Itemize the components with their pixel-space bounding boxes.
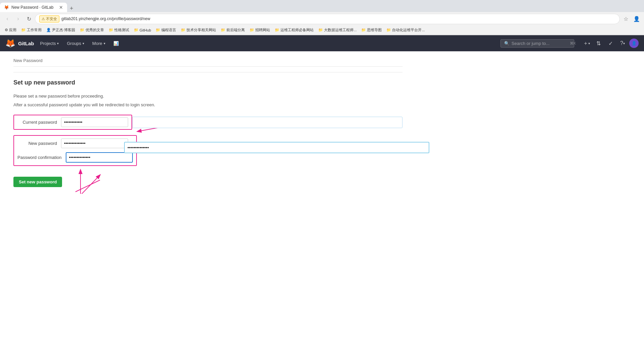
search-box[interactable]: 🔍 ⌘K xyxy=(500,39,574,48)
groups-chevron-icon: ▾ xyxy=(83,42,84,45)
search-input[interactable] xyxy=(512,41,568,46)
current-password-wrapper: Current password xyxy=(13,115,132,130)
breadcrumb: New Password xyxy=(13,58,402,67)
todo-button[interactable]: ✓ xyxy=(605,38,616,49)
tab-title: New Password · GitLab xyxy=(11,5,56,10)
folder-icon-9: 📁 xyxy=(275,28,279,32)
bookmark-jobs[interactable]: 📁 招聘网站 xyxy=(248,27,272,33)
gitlab-nav-right: ＋ ▾ ⇅ ✓ ? ▾ 👤 xyxy=(581,38,639,49)
more-label: More xyxy=(92,41,102,46)
submit-section: Set new password xyxy=(13,177,402,187)
confirmation-extended-input[interactable] xyxy=(124,142,429,153)
user-avatar[interactable]: 👤 xyxy=(629,39,639,48)
new-tab-button[interactable]: + xyxy=(67,5,76,12)
bookmark-apps[interactable]: ⚙ 应用 xyxy=(3,27,18,33)
bookmarks-bar: ⚙ 应用 📁 工作常用 👤 尹正杰·博客园 📁 优秀的文章 📁 性格测试 📁 G… xyxy=(0,25,644,35)
current-password-label: Current password xyxy=(17,120,61,125)
help-button[interactable]: ? ▾ xyxy=(617,38,628,49)
person-icon: 👤 xyxy=(46,28,51,32)
help-icon: ? xyxy=(620,40,623,46)
page-title: Set up new password xyxy=(13,79,402,86)
bookmark-mindmap[interactable]: 📁 思维导图 xyxy=(359,27,384,33)
page-content: New Password Set up new password Please … xyxy=(0,51,416,194)
bookmark-frontend[interactable]: 📁 前后端分离 xyxy=(219,27,247,33)
gitlab-navbar: 🦊 GitLab Projects ▾ Groups ▾ More ▾ 📊 🔍 … xyxy=(0,35,644,51)
folder-icon-5: 📁 xyxy=(156,28,160,32)
gitlab-fox-icon: 🦊 xyxy=(5,39,15,48)
profile-button[interactable]: 👤 xyxy=(632,14,641,23)
more-chevron-icon: ▾ xyxy=(104,42,105,45)
gitlab-nav-items: Projects ▾ Groups ▾ More ▾ 📊 xyxy=(37,39,122,48)
new-password-label: New password xyxy=(17,141,61,146)
active-tab[interactable]: 🦊 New Password · GitLab ✕ xyxy=(0,3,67,12)
merge-request-button[interactable]: ⇅ xyxy=(593,38,604,49)
browser-chrome: 🦊 New Password · GitLab ✕ + ‹ › ↻ ⚠ 不安全 … xyxy=(0,0,644,35)
current-password-extended-input[interactable] xyxy=(132,117,402,128)
plus-icon: ＋ xyxy=(583,40,588,47)
todo-icon: ✓ xyxy=(608,40,613,47)
address-bar[interactable]: ⚠ 不安全 gitlab201.yinzhengjie.org.cn/profi… xyxy=(35,14,620,24)
bookmark-auto[interactable]: 📁 自动化运维平台开... xyxy=(384,27,427,33)
bookmark-blog[interactable]: 👤 尹正杰·博客园 xyxy=(44,27,77,33)
address-text: gitlab201.yinzhengjie.org.cn/profile/pas… xyxy=(61,16,615,21)
folder-icon-7: 📁 xyxy=(221,28,225,32)
folder-icon-8: 📁 xyxy=(250,28,254,32)
bookmark-button[interactable]: ☆ xyxy=(621,14,631,23)
bookmark-ops[interactable]: 📁 运维工程师必备网站 xyxy=(273,27,316,33)
help-chevron-icon: ▾ xyxy=(623,42,625,45)
more-nav-item[interactable]: More ▾ xyxy=(89,39,109,48)
stats-icon: 📊 xyxy=(113,41,119,46)
bookmark-bigdata[interactable]: 📁 大数据运维工程师... xyxy=(316,27,359,33)
create-chevron-icon: ▾ xyxy=(588,42,590,45)
bookmark-tech[interactable]: 📁 技术分享相关网站 xyxy=(179,27,218,33)
bookmark-test[interactable]: 📁 性格测试 xyxy=(107,27,131,33)
new-password-row: New password xyxy=(17,138,133,148)
merge-request-icon: ⇅ xyxy=(596,40,601,47)
groups-nav-item[interactable]: Groups ▾ xyxy=(63,39,88,48)
nav-bar: ‹ › ↻ ⚠ 不安全 gitlab201.yinzhengjie.org.cn… xyxy=(0,12,644,25)
projects-chevron-icon: ▾ xyxy=(57,42,59,45)
projects-label: Projects xyxy=(40,41,56,46)
security-label: 不安全 xyxy=(46,16,57,21)
tab-close-button[interactable]: ✕ xyxy=(59,5,63,10)
avatar-icon: 👤 xyxy=(632,41,637,46)
bookmark-work[interactable]: 📁 工作常用 xyxy=(19,27,44,33)
new-password-wrapper: New password Password confirmation xyxy=(13,135,137,166)
description-line1: Please set a new password before proceed… xyxy=(13,93,402,100)
new-password-input[interactable] xyxy=(61,138,128,148)
folder-icon-11: 📁 xyxy=(361,28,366,32)
gitlab-logo[interactable]: 🦊 GitLab xyxy=(5,39,34,48)
folder-icon: 📁 xyxy=(21,28,26,32)
bookmark-prog[interactable]: 📁 编程语言 xyxy=(154,27,178,33)
description-line2: After a successful password update you w… xyxy=(13,102,402,108)
search-shortcut: ⌘K xyxy=(570,41,576,46)
projects-nav-item[interactable]: Projects ▾ xyxy=(37,39,62,48)
tab-bar: 🦊 New Password · GitLab ✕ + xyxy=(0,0,644,12)
folder-icon-4: 📁 xyxy=(134,28,139,32)
divider xyxy=(13,72,402,72)
folder-icon-6: 📁 xyxy=(181,28,185,32)
bookmark-github[interactable]: 📁 GitHub xyxy=(132,27,153,33)
create-button[interactable]: ＋ ▾ xyxy=(581,38,592,49)
form-container: 输入初始化密码 设置新密码~ Current password xyxy=(13,115,402,187)
password-confirmation-input[interactable] xyxy=(66,152,133,163)
folder-icon-3: 📁 xyxy=(109,28,113,32)
bookmark-articles[interactable]: 📁 优秀的文章 xyxy=(78,27,106,33)
nav-actions: ☆ 👤 xyxy=(621,14,641,23)
folder-icon-12: 📁 xyxy=(386,28,391,32)
reload-button[interactable]: ↻ xyxy=(24,14,34,23)
folder-icon-2: 📁 xyxy=(80,28,85,32)
search-icon: 🔍 xyxy=(504,41,509,46)
security-indicator: ⚠ 不安全 xyxy=(39,15,59,22)
stats-nav-item[interactable]: 📊 xyxy=(110,39,122,48)
back-button[interactable]: ‹ xyxy=(3,14,12,23)
forward-button[interactable]: › xyxy=(13,14,23,23)
confirmation-extended-wrapper xyxy=(124,142,402,153)
password-confirmation-row: Password confirmation xyxy=(17,152,133,163)
gitlab-search: 🔍 ⌘K xyxy=(500,39,574,48)
set-new-password-button[interactable]: Set new password xyxy=(13,177,62,187)
gitlab-brand-label: GitLab xyxy=(18,41,34,46)
apps-icon: ⚙ xyxy=(5,28,8,32)
tab-favicon: 🦊 xyxy=(4,5,9,10)
current-password-input[interactable] xyxy=(61,117,128,127)
